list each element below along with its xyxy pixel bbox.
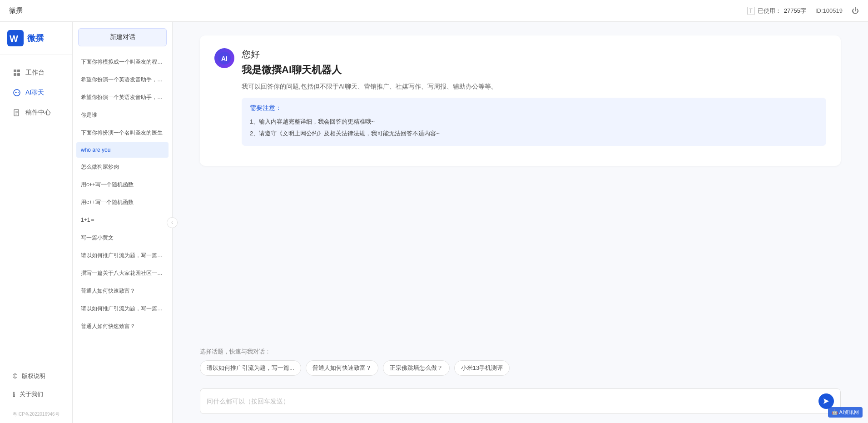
chat-history-item[interactable]: 怎么做狗屎炒肉: [76, 159, 169, 175]
chat-history-item[interactable]: 1+1＝: [76, 212, 169, 229]
notice-item-2: 2、请遵守《文明上网公约》及相关法律法规，我可能无法回答不适内容~: [250, 128, 818, 139]
logo-icon: W: [7, 30, 24, 46]
svg-rect-3: [17, 70, 20, 72]
svg-text:W: W: [10, 34, 18, 44]
svg-point-8: [16, 92, 17, 93]
welcome-card: AI 您好 我是微撰AI聊天机器人 我可以回答你的问题,包括但不限于AI聊天、营…: [200, 35, 841, 166]
svg-rect-4: [14, 73, 16, 76]
quick-topic-chip[interactable]: 正宗佛跳墙怎么做？: [383, 360, 450, 376]
notice-item-1: 1、输入内容越完整详细，我会回答的更精准哦~: [250, 116, 818, 128]
chat-history-item[interactable]: 普通人如何快速致富？: [76, 318, 169, 335]
sidebar-item-copyright-label: 版权说明: [22, 372, 45, 380]
send-button[interactable]: [818, 393, 834, 409]
welcome-description: 我可以回答你的问题,包括但不限于AI聊天、营销推广、社媒写作、写周报、辅助办公等…: [242, 81, 826, 91]
quick-topic-chip[interactable]: 普通人如何快速致富？: [306, 360, 378, 376]
svg-point-7: [15, 92, 16, 93]
chat-history-item[interactable]: 希望你扮演一个英语发音助手，我提供给你...: [76, 89, 169, 106]
workbench-icon: [13, 69, 21, 77]
chat-main: AI 您好 我是微撰AI聊天机器人 我可以回答你的问题,包括但不限于AI聊天、营…: [173, 22, 868, 423]
quick-topic-chip[interactable]: 请以如何推广引流为题，写一篇...: [200, 360, 301, 376]
quick-topics-list: 请以如何推广引流为题，写一篇...普通人如何快速致富？正宗佛跳墙怎么做？小米13…: [200, 360, 841, 376]
sidebar-item-manuscript-label: 稿件中心: [25, 109, 51, 117]
quick-topic-chip[interactable]: 小米13手机测评: [454, 360, 510, 376]
sidebar-item-ai-chat-label: AI聊天: [25, 89, 44, 97]
chat-history-item[interactable]: 用c++写一个随机函数: [76, 176, 169, 193]
logout-icon[interactable]: ⏻: [852, 7, 859, 15]
svg-rect-2: [14, 70, 16, 72]
sidebar-item-about-label: 关于我们: [20, 390, 43, 398]
nav-items: 工作台 AI聊天 稿件中心: [0, 55, 72, 361]
chat-history-item[interactable]: 下面你将扮演一个名叫圣友的医生: [76, 124, 169, 141]
sidebar-item-workbench[interactable]: 工作台: [4, 63, 69, 82]
input-box: [200, 388, 841, 414]
left-nav: W 微撰 工作台 AI聊天 稿件中心: [0, 22, 73, 423]
usage-label: 已使用：: [758, 7, 781, 15]
copyright-icon: ©: [13, 373, 17, 380]
topbar-usage: T 已使用： 27755字: [747, 7, 807, 15]
svg-rect-5: [17, 73, 20, 76]
quick-topics-area: 选择话题，快速与我对话： 请以如何推广引流为题，写一篇...普通人如何快速致富？…: [173, 348, 868, 383]
logo-area: W 微撰: [0, 22, 72, 55]
chat-history-item[interactable]: 普通人如何快速致富？: [76, 283, 169, 299]
chat-history-item[interactable]: 写一篇小黄文: [76, 229, 169, 246]
sidebar-item-copyright[interactable]: © 版权说明: [4, 368, 69, 385]
watermark: 🤖 AI资讯网: [828, 407, 863, 418]
new-chat-button[interactable]: 新建对话: [78, 28, 167, 46]
welcome-title: 我是微撰AI聊天机器人: [242, 63, 826, 77]
main-layout: W 微撰 工作台 AI聊天 稿件中心: [0, 22, 868, 423]
topbar-title: 微撰: [9, 6, 23, 15]
logo-text: 微撰: [27, 33, 44, 44]
welcome-greeting: 您好: [242, 48, 826, 60]
notice-box: 需要注意： 1、输入内容越完整详细，我会回答的更精准哦~ 2、请遵守《文明上网公…: [242, 98, 826, 146]
usage-value: 27755字: [784, 7, 806, 15]
icp-text: 粤ICP备2022016946号: [0, 409, 72, 423]
svg-point-9: [18, 92, 19, 93]
chat-history-item[interactable]: 请以如何推广引流为题，写一篇大纲: [76, 247, 169, 264]
sidebar-item-ai-chat[interactable]: AI聊天: [4, 83, 69, 102]
usage-icon: T: [747, 7, 755, 15]
chat-content: AI 您好 我是微撰AI聊天机器人 我可以回答你的问题,包括但不限于AI聊天、营…: [173, 22, 868, 348]
topbar-right: T 已使用： 27755字 ID:100519 ⏻: [747, 7, 859, 15]
welcome-header: AI 您好 我是微撰AI聊天机器人 我可以回答你的问题,包括但不限于AI聊天、营…: [214, 48, 826, 146]
nav-bottom: © 版权说明 ℹ 关于我们: [0, 361, 72, 409]
topbar-id: ID:100519: [815, 7, 843, 14]
chat-history-item[interactable]: 希望你扮演一个英语发音助手，我提供给你...: [76, 71, 169, 88]
manuscript-icon: [13, 109, 21, 117]
chat-history-item[interactable]: who are you: [76, 142, 169, 158]
chat-input[interactable]: [207, 398, 818, 405]
chat-sidebar: 新建对话 下面你将模拟成一个叫圣友的程序员，我说...希望你扮演一个英语发音助手…: [73, 22, 173, 423]
input-area: [173, 383, 868, 423]
chat-history-item[interactable]: 下面你将模拟成一个叫圣友的程序员，我说...: [76, 54, 169, 70]
chat-history-item[interactable]: 撰写一篇关于八大家花园社区一刻钟便民生...: [76, 265, 169, 282]
chat-history-item[interactable]: 用c++写一个随机函数: [76, 194, 169, 211]
ai-chat-icon: [13, 89, 21, 97]
sidebar-item-workbench-label: 工作台: [25, 69, 45, 77]
ai-avatar: AI: [214, 48, 234, 68]
sidebar-item-manuscript[interactable]: 稿件中心: [4, 103, 69, 122]
about-icon: ℹ: [13, 391, 15, 398]
chat-history-item[interactable]: 请以如何推广引流为题，写一篇大纲: [76, 300, 169, 317]
quick-topics-label: 选择话题，快速与我对话：: [200, 348, 841, 356]
chat-history-list: 下面你将模拟成一个叫圣友的程序员，我说...希望你扮演一个英语发音助手，我提供给…: [73, 53, 172, 423]
collapse-toggle[interactable]: ‹: [167, 217, 178, 228]
notice-title: 需要注意：: [250, 104, 818, 112]
welcome-text-area: 您好 我是微撰AI聊天机器人 我可以回答你的问题,包括但不限于AI聊天、营销推广…: [242, 48, 826, 146]
chat-history-item[interactable]: 你是谁: [76, 107, 169, 124]
svg-text:AI: AI: [221, 55, 228, 62]
sidebar-item-about[interactable]: ℹ 关于我们: [4, 386, 69, 403]
topbar: 微撰 T 已使用： 27755字 ID:100519 ⏻: [0, 0, 868, 22]
